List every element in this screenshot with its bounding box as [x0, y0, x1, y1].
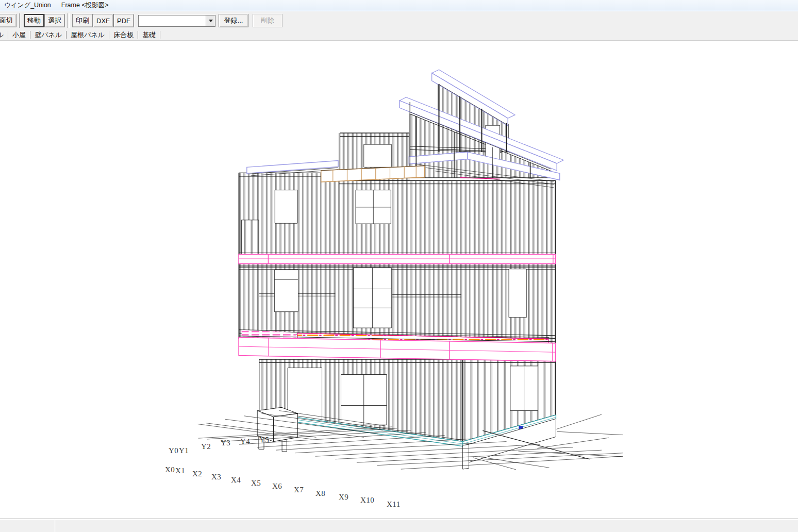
grid-label-x10: X10: [360, 496, 374, 504]
grid-label-y5: Y5: [259, 436, 269, 444]
grid-label-y4: Y4: [240, 438, 250, 445]
grid-label-x11: X11: [387, 501, 401, 508]
status-panel-left: [0, 520, 55, 532]
grid-label-x6: X6: [272, 483, 282, 490]
tab-wall-panel[interactable]: 壁パネル: [30, 30, 66, 40]
tab-partial[interactable]: ル: [0, 30, 8, 40]
grid-label-x0: X0: [165, 466, 175, 474]
tab-floor-board[interactable]: 床合板: [109, 30, 138, 40]
grid-label-y0: Y0: [169, 447, 178, 455]
app-title: ウイング_Union: [4, 1, 51, 10]
toolbar-separator: [19, 13, 21, 28]
register-button[interactable]: 登録...: [219, 14, 248, 27]
grid-label-y2: Y2: [201, 443, 211, 451]
projection-drawing: [0, 41, 798, 519]
drawing-viewport[interactable]: Y0Y1Y2Y3Y4Y5X0X1X2X3X4X5X6X7X8X9X10X11: [0, 41, 798, 519]
move-button[interactable]: 移動: [24, 14, 44, 27]
grid-label-x2: X2: [192, 470, 202, 478]
grid-label-y1: Y1: [179, 447, 189, 455]
tab-foundation[interactable]: 基礎: [138, 30, 160, 40]
grid-label-x1: X1: [175, 467, 185, 475]
grid-label-x4: X4: [231, 476, 241, 484]
title-bar: ウイング_Union Frame <投影図>: [0, 0, 798, 11]
panel-tab-strip: ル 小屋 壁パネル 屋根パネル 床合板 基礎: [0, 29, 798, 41]
toolbar: 面切 移動 選択 印刷 DXF PDF 登録... 削除: [0, 12, 798, 29]
grid-label-y3: Y3: [221, 439, 230, 447]
status-bar: [0, 519, 798, 532]
dropdown-arrow-icon: [209, 20, 213, 22]
floor-band-3f: [239, 253, 555, 268]
grid-label-x7: X7: [294, 486, 304, 494]
toolbar-separator: [68, 13, 70, 28]
tab-koya[interactable]: 小屋: [8, 30, 30, 40]
grid-label-x9: X9: [339, 493, 348, 501]
grid-label-x8: X8: [315, 490, 325, 497]
section-clip-button[interactable]: 面切: [0, 14, 16, 27]
combobox-dropdown-button[interactable]: [206, 15, 215, 26]
select-button[interactable]: 選択: [44, 14, 65, 27]
view-combobox[interactable]: [138, 15, 215, 27]
status-panel-main: [55, 520, 798, 532]
tab-roof-panel[interactable]: 屋根パネル: [66, 30, 109, 40]
view-title: Frame <投影図>: [61, 1, 109, 10]
pdf-export-button[interactable]: PDF: [113, 14, 134, 27]
print-button[interactable]: 印刷: [72, 14, 93, 27]
delete-button[interactable]: 削除: [253, 14, 282, 27]
grid-label-x3: X3: [211, 473, 221, 481]
dxf-export-button[interactable]: DXF: [93, 14, 113, 27]
grid-label-x5: X5: [251, 479, 261, 487]
